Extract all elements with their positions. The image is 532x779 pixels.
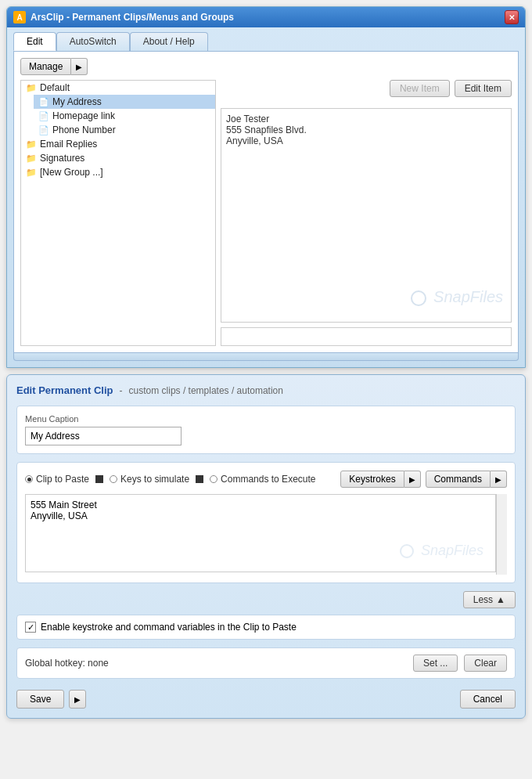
new-item-button[interactable]: New Item bbox=[390, 80, 450, 97]
tree-label-phone: Phone Number bbox=[52, 124, 116, 135]
radio-label-clip: Clip to Paste bbox=[36, 474, 89, 485]
save-button[interactable]: Save bbox=[16, 690, 64, 709]
section-title: Edit Permanent Clip - custom clips / tem… bbox=[16, 384, 516, 396]
radio-dot-keys bbox=[110, 475, 117, 483]
content-area: 📁 Default 📄 My Address 📄 Homepage link 📄… bbox=[20, 80, 512, 346]
keystrokes-button-group: Keystrokes ▶ bbox=[340, 471, 420, 488]
tree-label-email: Email Replies bbox=[40, 139, 97, 150]
title-bar: A ArsClip - Permanent Clips/Menus and Gr… bbox=[7, 7, 525, 27]
tree-label-my-address: My Address bbox=[52, 96, 102, 107]
section-title-main: Edit Permanent Clip bbox=[16, 384, 113, 396]
cancel-button[interactable]: Cancel bbox=[460, 690, 516, 709]
tab-edit[interactable]: Edit bbox=[13, 32, 56, 51]
less-label: Less bbox=[473, 594, 493, 605]
folder-icon-signatures: 📁 bbox=[26, 153, 37, 164]
tab-about-help[interactable]: About / Help bbox=[130, 32, 208, 51]
clip-options-row: Clip to Paste Keys to simulate Commands … bbox=[25, 471, 507, 488]
app-icon: A bbox=[13, 11, 26, 23]
clip-text-area[interactable] bbox=[25, 494, 496, 572]
doc-icon-phone: 📄 bbox=[38, 124, 49, 135]
tree-item-default[interactable]: 📁 Default bbox=[21, 81, 215, 95]
tree-item-new-group[interactable]: 📁 [New Group ...] bbox=[21, 165, 215, 179]
tree-label-new-group: [New Group ...] bbox=[40, 167, 103, 178]
watermark: SnapFiles bbox=[411, 288, 504, 306]
tab-bar: Edit AutoSwitch About / Help bbox=[7, 27, 525, 51]
less-icon: ▲ bbox=[496, 594, 505, 605]
title-bar-left: A ArsClip - Permanent Clips/Menus and Gr… bbox=[13, 11, 234, 23]
radio-dot-commands bbox=[210, 475, 217, 483]
radio-keys-to-simulate[interactable]: Keys to simulate bbox=[110, 474, 189, 485]
folder-icon-email: 📁 bbox=[26, 139, 37, 150]
manage-button[interactable]: Manage bbox=[20, 58, 71, 75]
radio-label-keys: Keys to simulate bbox=[120, 474, 189, 485]
doc-icon-homepage: 📄 bbox=[38, 110, 49, 121]
manage-button-group: Manage ▶ bbox=[20, 58, 88, 75]
tree-item-email[interactable]: 📁 Email Replies bbox=[21, 137, 215, 151]
preview-content: Joe Tester 555 Snapfiles Blvd. Anyville,… bbox=[226, 114, 506, 146]
less-button[interactable]: Less ▲ bbox=[463, 591, 516, 608]
save-dropdown[interactable]: ▶ bbox=[69, 690, 86, 709]
tree-label-default: Default bbox=[40, 82, 70, 93]
menu-caption-label: Menu Caption bbox=[25, 414, 507, 424]
close-button[interactable]: ✕ bbox=[505, 10, 519, 24]
enable-label: Enable keystroke and command variables i… bbox=[41, 622, 297, 633]
tab-autoswitch[interactable]: AutoSwitch bbox=[56, 32, 130, 51]
folder-icon-new-group: 📁 bbox=[26, 167, 37, 178]
edit-item-button[interactable]: Edit Item bbox=[455, 80, 512, 97]
menu-caption-group: Menu Caption bbox=[16, 406, 516, 454]
section-subtitle: custom clips / templates / automation bbox=[129, 385, 283, 396]
hotkey-label: Global hotkey: none bbox=[25, 658, 407, 669]
bottom-buttons: Save ▶ Cancel bbox=[16, 687, 516, 709]
menu-caption-input[interactable] bbox=[25, 427, 182, 445]
save-group: Save ▶ bbox=[16, 690, 86, 709]
radio-clip-to-paste[interactable]: Clip to Paste bbox=[25, 474, 89, 485]
toolbar-row: Manage ▶ bbox=[20, 58, 512, 75]
set-button[interactable]: Set ... bbox=[413, 655, 458, 672]
item-buttons: New Item Edit Item bbox=[221, 80, 512, 97]
tree-label-signatures: Signatures bbox=[40, 153, 84, 164]
commands-arrow[interactable]: ▶ bbox=[491, 471, 507, 488]
less-button-row: Less ▲ bbox=[16, 591, 516, 608]
doc-icon-my-address: 📄 bbox=[38, 96, 49, 107]
commands-button-group: Commands ▶ bbox=[426, 471, 507, 488]
separator-1 bbox=[95, 475, 103, 483]
keystrokes-arrow[interactable]: ▶ bbox=[404, 471, 421, 488]
preview-panel: New Item Edit Item Joe Tester 555 Snapfi… bbox=[221, 80, 512, 346]
tree-item-phone[interactable]: 📄 Phone Number bbox=[34, 123, 215, 137]
window-title: ArsClip - Permanent Clips/Menus and Grou… bbox=[31, 12, 234, 23]
window-footer bbox=[13, 353, 519, 361]
caption-input-field[interactable] bbox=[221, 327, 512, 346]
scrollbar[interactable] bbox=[496, 494, 507, 575]
tree-item-my-address[interactable]: 📄 My Address bbox=[34, 95, 215, 109]
window-body: Manage ▶ 📁 Default 📄 My Address 📄 Homepa… bbox=[13, 51, 519, 353]
tree-item-homepage[interactable]: 📄 Homepage link bbox=[34, 109, 215, 123]
radio-commands-to-execute[interactable]: Commands to Execute bbox=[210, 474, 315, 485]
manage-dropdown-arrow[interactable]: ▶ bbox=[71, 58, 88, 75]
hotkey-row: Global hotkey: none Set ... Clear bbox=[16, 647, 516, 679]
radio-label-commands: Commands to Execute bbox=[221, 474, 315, 485]
enable-checkbox[interactable]: ✓ bbox=[25, 622, 36, 633]
folder-icon-default: 📁 bbox=[26, 82, 37, 93]
section-title-sub: - bbox=[120, 385, 123, 396]
textarea-wrapper: SnapFiles bbox=[25, 494, 507, 575]
top-window: A ArsClip - Permanent Clips/Menus and Gr… bbox=[6, 6, 526, 368]
preview-text-area: Joe Tester 555 Snapfiles Blvd. Anyville,… bbox=[221, 108, 512, 323]
tree-item-signatures[interactable]: 📁 Signatures bbox=[21, 151, 215, 165]
separator-2 bbox=[196, 475, 203, 483]
tree-label-homepage: Homepage link bbox=[52, 110, 115, 121]
tree-panel[interactable]: 📁 Default 📄 My Address 📄 Homepage link 📄… bbox=[20, 80, 216, 346]
bottom-window: Edit Permanent Clip - custom clips / tem… bbox=[6, 374, 526, 719]
clip-options-group: Clip to Paste Keys to simulate Commands … bbox=[16, 462, 516, 583]
clear-button[interactable]: Clear bbox=[464, 655, 507, 672]
radio-dot-clip bbox=[25, 475, 33, 483]
enable-checkbox-row[interactable]: ✓ Enable keystroke and command variables… bbox=[16, 615, 516, 640]
commands-button[interactable]: Commands bbox=[426, 471, 491, 488]
keystrokes-button[interactable]: Keystrokes bbox=[340, 471, 404, 488]
